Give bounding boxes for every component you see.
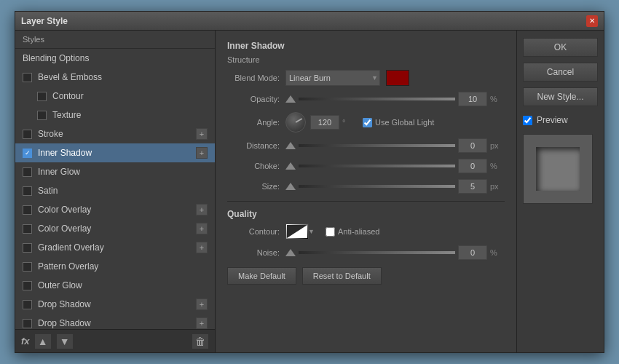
size-track[interactable] bbox=[299, 185, 455, 188]
size-row: Size: px bbox=[227, 179, 505, 194]
color-overlay-2-add-btn[interactable]: + bbox=[196, 223, 208, 234]
action-buttons: Make Default Reset to Default bbox=[227, 267, 505, 285]
divider bbox=[227, 201, 505, 202]
color-overlay-1-checkbox[interactable] bbox=[23, 205, 32, 215]
noise-slider bbox=[285, 249, 458, 256]
ok-button[interactable]: OK bbox=[523, 38, 598, 57]
close-button[interactable]: ✕ bbox=[586, 15, 598, 27]
contour-checkbox[interactable] bbox=[37, 92, 47, 101]
distance-track[interactable] bbox=[299, 144, 455, 147]
gradient-overlay-label: Gradient Overlay bbox=[38, 242, 196, 253]
layer-style-dialog: Layer Style ✕ Styles Blending Options Be… bbox=[15, 11, 604, 353]
noise-track[interactable] bbox=[299, 251, 455, 254]
contour-label: Contour bbox=[52, 91, 208, 101]
anti-aliased-checkbox[interactable] bbox=[326, 227, 335, 237]
inner-glow-checkbox[interactable] bbox=[23, 167, 32, 177]
noise-label: Noise: bbox=[227, 248, 285, 257]
drop-shadow-1-add-btn[interactable]: + bbox=[196, 298, 208, 310]
inner-shadow-label: Inner Shadow bbox=[38, 148, 196, 158]
make-default-button[interactable]: Make Default bbox=[227, 267, 296, 285]
drop-shadow-2-checkbox[interactable] bbox=[23, 319, 32, 328]
angle-knob[interactable] bbox=[285, 112, 306, 132]
color-overlay-1-add-btn[interactable]: + bbox=[196, 204, 208, 215]
choke-slider-handle[interactable] bbox=[285, 162, 296, 170]
move-up-button[interactable]: ▲ bbox=[34, 333, 52, 349]
quality-title: Quality bbox=[227, 209, 505, 219]
left-toolbar: fx ▲ ▼ 🗑 bbox=[15, 329, 215, 352]
drop-shadow-1-checkbox[interactable] bbox=[23, 300, 32, 309]
distance-input[interactable] bbox=[458, 138, 487, 153]
sidebar-item-color-overlay-1[interactable]: Color Overlay + bbox=[15, 200, 215, 219]
sub-section-title: Structure bbox=[227, 55, 505, 64]
blending-options-label: Blending Options bbox=[23, 53, 208, 63]
fx-label: fx bbox=[21, 336, 30, 347]
contour-arrow-icon: ▼ bbox=[308, 228, 315, 235]
contour-label: Contour: bbox=[227, 227, 285, 236]
satin-label: Satin bbox=[38, 186, 208, 196]
color-overlay-2-label: Color Overlay bbox=[38, 223, 196, 234]
sidebar-item-drop-shadow-1[interactable]: Drop Shadow + bbox=[15, 295, 215, 314]
choke-input[interactable] bbox=[458, 159, 487, 173]
inner-shadow-checkbox[interactable] bbox=[23, 149, 32, 158]
texture-label: Texture bbox=[52, 110, 208, 120]
section-title: Inner Shadow bbox=[227, 41, 505, 51]
gradient-overlay-add-btn[interactable]: + bbox=[196, 242, 208, 253]
distance-slider bbox=[285, 142, 458, 149]
texture-checkbox[interactable] bbox=[37, 111, 47, 120]
delete-button[interactable]: 🗑 bbox=[192, 333, 209, 349]
sidebar-item-stroke[interactable]: Stroke + bbox=[15, 124, 215, 143]
drop-shadow-2-add-btn[interactable]: + bbox=[196, 317, 208, 329]
gradient-overlay-checkbox[interactable] bbox=[23, 243, 32, 253]
cancel-button[interactable]: Cancel bbox=[523, 63, 598, 82]
global-light-label[interactable]: Use Global Light bbox=[363, 118, 434, 127]
opacity-slider-handle[interactable] bbox=[285, 95, 296, 103]
blend-mode-select[interactable]: Normal Multiply Linear Burn Screen bbox=[285, 70, 380, 86]
move-down-button[interactable]: ▼ bbox=[56, 333, 74, 349]
sidebar-item-blending-options[interactable]: Blending Options bbox=[15, 49, 215, 68]
sidebar-item-bevel-emboss[interactable]: Bevel & Emboss bbox=[15, 68, 215, 87]
choke-row: Choke: % bbox=[227, 159, 505, 173]
inner-shadow-add-btn[interactable]: + bbox=[196, 147, 208, 159]
opacity-track[interactable] bbox=[299, 98, 455, 100]
opacity-input[interactable] bbox=[458, 92, 487, 106]
noise-input[interactable] bbox=[458, 245, 487, 260]
sidebar-item-color-overlay-2[interactable]: Color Overlay + bbox=[15, 219, 215, 238]
reset-default-button[interactable]: Reset to Default bbox=[302, 267, 382, 285]
sidebar-item-gradient-overlay[interactable]: Gradient Overlay + bbox=[15, 238, 215, 257]
new-style-button[interactable]: New Style... bbox=[523, 87, 598, 106]
blend-mode-wrapper: Normal Multiply Linear Burn Screen ▼ bbox=[285, 70, 380, 86]
global-light-checkbox[interactable] bbox=[363, 118, 372, 127]
stroke-checkbox[interactable] bbox=[23, 130, 32, 139]
preview-row: Preview bbox=[523, 115, 598, 125]
angle-input[interactable] bbox=[310, 115, 339, 130]
pattern-overlay-checkbox[interactable] bbox=[23, 262, 32, 272]
choke-label: Choke: bbox=[227, 162, 285, 170]
color-overlay-2-checkbox[interactable] bbox=[23, 224, 32, 234]
size-input[interactable] bbox=[458, 179, 487, 194]
stroke-add-btn[interactable]: + bbox=[196, 128, 208, 140]
angle-indicator bbox=[296, 118, 303, 123]
sidebar-item-texture[interactable]: Texture bbox=[15, 106, 215, 124]
sidebar-item-drop-shadow-2[interactable]: Drop Shadow + bbox=[15, 314, 215, 329]
sidebar-item-satin[interactable]: Satin bbox=[15, 181, 215, 200]
size-slider-handle[interactable] bbox=[285, 183, 296, 190]
sidebar-item-inner-glow[interactable]: Inner Glow bbox=[15, 162, 215, 181]
sidebar-item-contour[interactable]: Contour bbox=[15, 87, 215, 106]
bevel-emboss-checkbox[interactable] bbox=[23, 73, 32, 82]
sidebar-item-pattern-overlay[interactable]: Pattern Overlay bbox=[15, 257, 215, 276]
choke-track[interactable] bbox=[299, 165, 455, 167]
dialog-body: Styles Blending Options Bevel & Emboss C… bbox=[15, 31, 604, 352]
satin-checkbox[interactable] bbox=[23, 186, 32, 196]
blend-color-swatch[interactable] bbox=[386, 70, 409, 86]
distance-slider-handle[interactable] bbox=[285, 142, 296, 149]
preview-checkbox[interactable] bbox=[523, 116, 532, 125]
outer-glow-checkbox[interactable] bbox=[23, 281, 32, 290]
sidebar-item-inner-shadow[interactable]: Inner Shadow + bbox=[15, 143, 215, 162]
blend-mode-label: Blend Mode: bbox=[227, 74, 285, 82]
angle-unit: ° bbox=[342, 118, 357, 127]
contour-preview[interactable] bbox=[285, 223, 309, 240]
noise-slider-handle[interactable] bbox=[285, 249, 296, 256]
sidebar-item-outer-glow[interactable]: Outer Glow bbox=[15, 276, 215, 295]
anti-aliased-text: Anti-aliased bbox=[338, 227, 379, 236]
anti-aliased-label[interactable]: Anti-aliased bbox=[326, 227, 379, 237]
